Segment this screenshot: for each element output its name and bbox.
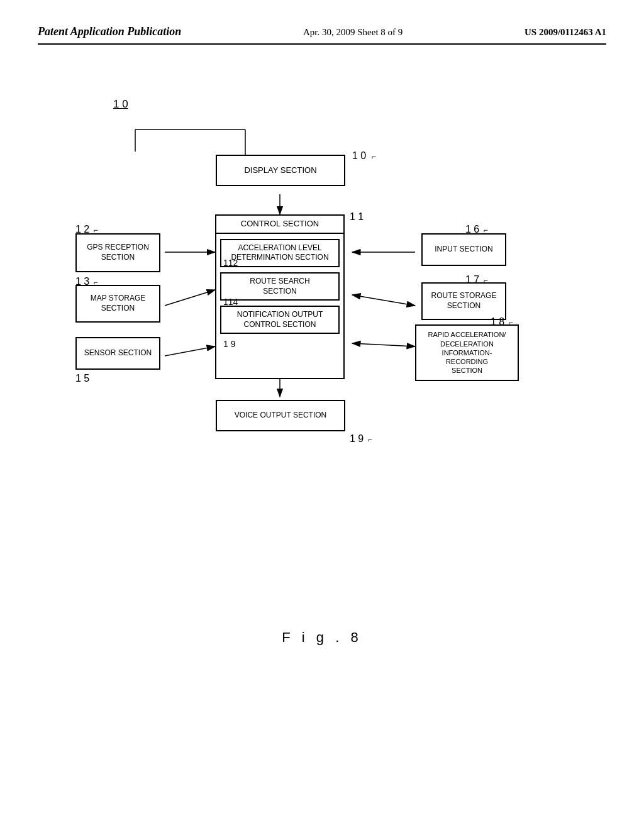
input-section-box: INPUT SECTION — [421, 233, 506, 266]
page: Patent Application Publication Apr. 30, … — [0, 0, 644, 830]
ref-14: 1 0 ⌐ — [352, 150, 376, 162]
route-storage-box: ROUTE STORAGE SECTION — [421, 282, 506, 320]
ref-111: 112 — [223, 257, 238, 268]
svg-line-13 — [352, 343, 415, 346]
ref-19: 1 9 ⌐ — [350, 433, 372, 445]
map-storage-box: MAP STORAGE SECTION — [75, 285, 160, 323]
ref-11: 1 1 — [350, 211, 364, 223]
ref-112: 114 — [223, 296, 238, 307]
gps-section-box: GPS RECEPTION SECTION — [75, 233, 160, 272]
diagram-area: 1 0 DISPLAY SECTION 1 0 ⌐ CONTROL SECTIO… — [38, 57, 606, 623]
ref-13: 1 3 ⌐ — [75, 276, 98, 287]
svg-line-12 — [352, 295, 415, 306]
ref-16: 1 6 ⌐ — [465, 224, 488, 235]
date-sheet-label: Apr. 30, 2009 Sheet 8 of 9 — [303, 27, 402, 38]
ref-114: 1 9 — [223, 338, 235, 350]
sensor-section-box: SENSOR SECTION — [75, 337, 160, 370]
figure-caption: F i g . 8 — [38, 629, 606, 646]
ref-17: 1 7 ⌐ — [465, 274, 488, 285]
patent-number-label: US 2009/0112463 A1 — [525, 27, 606, 38]
display-section-box: DISPLAY SECTION — [216, 155, 345, 186]
ref-18: 1 8 ⌐ — [491, 316, 513, 328]
svg-line-9 — [165, 290, 215, 306]
ref-15: 1 5 — [75, 373, 89, 384]
publication-label: Patent Application Publication — [38, 25, 181, 38]
ref-10: 1 0 — [113, 98, 128, 111]
page-header: Patent Application Publication Apr. 30, … — [38, 25, 606, 45]
svg-line-10 — [165, 346, 215, 356]
rapid-accel-box: RAPID ACCELERATION/ DECELERATION INFORMA… — [415, 324, 519, 381]
voice-output-box: VOICE OUTPUT SECTION — [216, 400, 345, 431]
ref-12: 1 2 ⌐ — [75, 224, 98, 235]
